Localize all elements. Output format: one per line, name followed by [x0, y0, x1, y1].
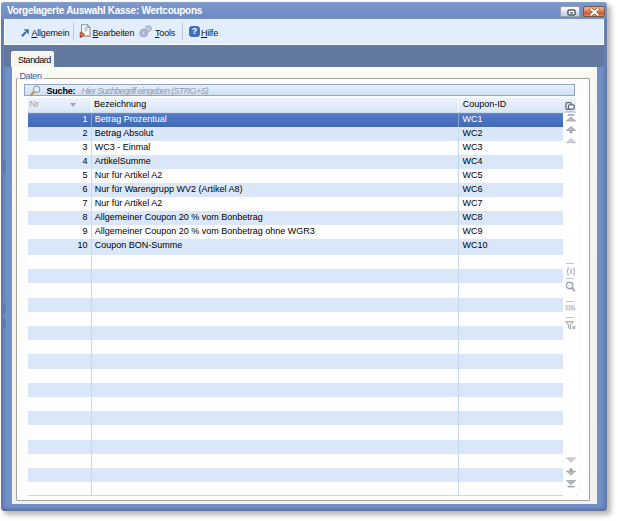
svg-text:?: ? — [192, 26, 197, 36]
svg-text:XML: XML — [565, 304, 576, 310]
